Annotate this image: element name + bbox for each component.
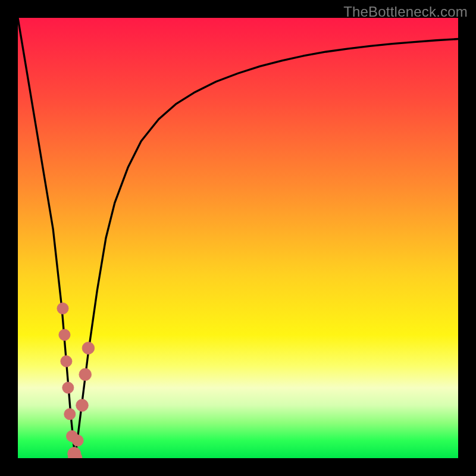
curve-layer [18,18,458,458]
curve-marker [59,329,70,340]
bottleneck-curve [18,18,458,458]
curve-marker [64,408,76,419]
curve-marker [79,368,92,381]
curve-marker [82,342,95,355]
chart-frame: TheBottleneck.com [0,0,476,476]
curve-marker [62,382,74,393]
curve-marker [57,303,68,314]
curve-marker [76,399,89,412]
curve-marker [61,356,72,367]
curve-marker [72,435,83,446]
plot-area [18,18,458,458]
